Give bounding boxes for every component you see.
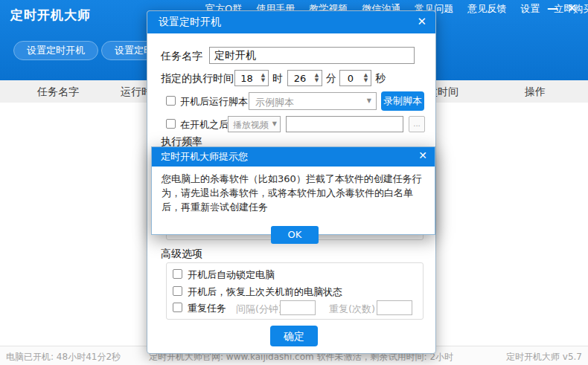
alert-message: 您电脑上的杀毒软件（比如360）拦截了本软件的创建任务行为，请先退出杀毒软件，或… [162, 172, 428, 214]
menu-item-settings[interactable]: 设置 [520, 2, 540, 16]
restore-state-checkbox[interactable] [173, 286, 182, 296]
column-task-name: 任务名字 [37, 85, 79, 99]
exec-time-label: 指定的执行时间 [161, 72, 234, 85]
repeat-task-label: 重复任务 [188, 302, 226, 315]
alert-close-icon[interactable]: ✕ [418, 149, 427, 161]
record-script-button[interactable]: 录制脚本 [381, 91, 424, 111]
close-icon[interactable]: ✕ [567, 1, 577, 15]
auto-lock-label: 开机后自动锁定电脑 [188, 268, 275, 282]
app-title: 定时开机大师 [10, 7, 91, 24]
app-window: 定时开机大师 官方Q群 使用手册 教学视频 微信沟通 常见问题 意见反馈 设置 … [0, 0, 588, 365]
second-stepper-down-icon[interactable]: ▼ [364, 78, 368, 83]
minute-stepper-down-icon[interactable]: ▼ [315, 78, 319, 83]
script-select-value: 示例脚本 [255, 96, 294, 109]
menu-item-feedback[interactable]: 意见反馈 [467, 2, 506, 16]
restore-state-label: 开机后，恢复上次关机前的电脑状态 [188, 285, 342, 299]
auto-lock-checkbox[interactable] [173, 269, 182, 279]
second-value: 0 [340, 73, 361, 84]
minute-value: 26 [288, 73, 312, 84]
after-action-value: 播放视频 [233, 119, 269, 132]
repeat-count-input[interactable] [377, 300, 412, 315]
after-boot-label: 在开机之后 [180, 118, 229, 132]
column-actions: 操作 [525, 85, 546, 99]
hour-stepper[interactable]: 18 ▲ ▼ [234, 70, 269, 86]
repeat-count-label: 重复(次数) [329, 303, 375, 316]
dialog-close-icon[interactable]: ✕ [417, 15, 426, 28]
antivirus-alert-dialog: 定时开机大师提示您 ✕ 您电脑上的杀毒软件（比如360）拦截了本软件的创建任务行… [151, 146, 435, 235]
confirm-button[interactable]: 确定 [270, 326, 318, 346]
version-label: 定时开机大师 v5.7 [506, 351, 582, 364]
minute-stepper[interactable]: 26 ▲ ▼ [287, 70, 322, 86]
minimize-icon[interactable]: — [547, 1, 558, 15]
run-script-label: 开机后运行脚本 [180, 95, 248, 109]
script-select[interactable]: 示例脚本 ▼ [249, 92, 377, 110]
minute-unit-label: 分 [326, 72, 336, 85]
task-name-label: 任务名字 [161, 50, 202, 63]
set-poweron-button[interactable]: 设置定时开机 [13, 41, 98, 60]
hour-stepper-down-icon[interactable]: ▼ [261, 78, 265, 83]
interval-minutes-input[interactable] [280, 300, 316, 315]
browse-button[interactable]: ... [409, 116, 425, 132]
alert-title: 定时开机大师提示您 [161, 150, 248, 164]
dialog-title: 设置定时开机 [159, 16, 221, 29]
run-script-checkbox[interactable] [166, 96, 176, 106]
dialog-titlebar: 设置定时开机 ✕ [147, 11, 435, 33]
alert-ok-button[interactable]: OK [271, 226, 319, 244]
repeat-task-checkbox[interactable] [173, 303, 182, 312]
alert-titlebar: 定时开机大师提示您 ✕ [152, 147, 435, 167]
task-name-input[interactable] [209, 47, 415, 64]
chevron-down-icon: ▼ [272, 120, 277, 127]
advanced-options-label: 高级选项 [161, 248, 202, 261]
media-path-input[interactable] [286, 116, 403, 132]
chevron-down-icon: ▼ [367, 97, 371, 104]
second-stepper[interactable]: 0 ▲ ▼ [339, 70, 371, 86]
second-unit-label: 秒 [375, 72, 386, 85]
hour-value: 18 [235, 73, 258, 84]
uptime-status: 电脑已开机: 48小时41分2秒 [6, 351, 121, 364]
interval-minutes-label: 间隔(分钟) [236, 303, 282, 316]
after-action-select[interactable]: 播放视频 ▼ [228, 116, 281, 132]
hour-unit-label: 时 [272, 72, 283, 85]
after-boot-checkbox[interactable] [166, 119, 176, 129]
advanced-options-groupbox: 开机后自动锁定电脑 开机后，恢复上次关机前的电脑状态 重复任务 间隔(分钟) 重… [166, 262, 424, 320]
